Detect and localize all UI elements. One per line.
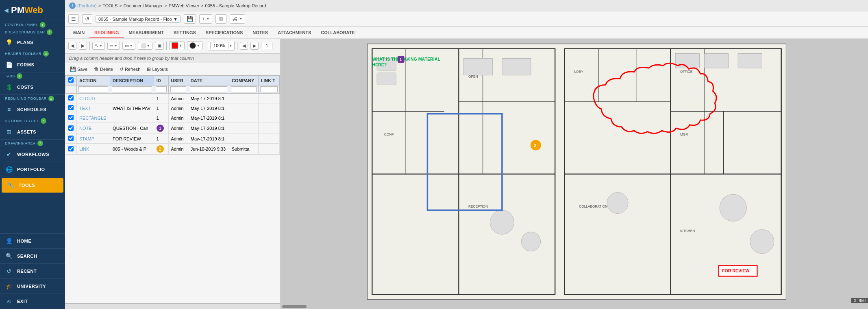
- drawing-area: LOBY CONF OPEN RECEPTION LOBY OFFICE MGR…: [281, 39, 868, 309]
- save-action-button[interactable]: 💾 Save: [68, 66, 89, 73]
- col-description[interactable]: DESCRIPTION: [110, 76, 154, 85]
- sidebar-item-workflows[interactable]: ✔ WORKFLOWS: [0, 147, 65, 162]
- redlining-table: ACTION DESCRIPTION ID USER DATE COMPANY …: [65, 75, 280, 155]
- row-1-description: [110, 94, 154, 103]
- filter-action-input[interactable]: [78, 86, 108, 92]
- layouts-action-button[interactable]: ⊞ Layouts: [145, 66, 170, 73]
- tab-specifications[interactable]: SPECIFICATIONS: [201, 28, 248, 38]
- row-6-checkbox-cell: [65, 144, 77, 155]
- scrollbar-thumb[interactable]: [282, 305, 307, 308]
- undo-button[interactable]: ↺: [82, 14, 92, 24]
- sidebar-item-exit[interactable]: ⎋ EXIT: [0, 294, 65, 309]
- color-red-button[interactable]: ▼: [169, 41, 185, 50]
- zoom-input[interactable]: [210, 42, 228, 49]
- filter-id-col: [154, 85, 168, 94]
- horizontal-scrollbar[interactable]: [65, 303, 280, 309]
- sidebar-item-search[interactable]: 🔍 SEARCH: [0, 249, 65, 264]
- redlining-toolbar-label-row: REDLINING TOOLBAR 5: [0, 95, 65, 102]
- row-5-user: Admin: [168, 134, 188, 144]
- next-page-button[interactable]: ▶: [250, 42, 259, 50]
- row-6-checkbox[interactable]: [68, 146, 74, 151]
- menu-button[interactable]: ☰: [68, 14, 79, 24]
- tab-settings[interactable]: SETTINGS: [169, 28, 201, 38]
- col-user[interactable]: USER: [168, 76, 188, 85]
- collapse-icon[interactable]: ◀: [4, 7, 9, 13]
- sidebar-item-tools[interactable]: 🔧 TOOLS: [2, 178, 63, 193]
- sidebar-item-forms[interactable]: 📄 FORMS: [0, 57, 65, 72]
- prev-page-button[interactable]: ◀: [240, 42, 248, 50]
- table-row[interactable]: NOTE QUESTION - Can 1 Admin May-17-2019 …: [65, 123, 280, 134]
- svg-text:CONF: CONF: [384, 133, 394, 136]
- divider-4: [237, 42, 237, 50]
- print-button[interactable]: 🖨 ▼: [230, 14, 245, 24]
- cursor-button[interactable]: ↖ ▼: [92, 42, 105, 50]
- back-button[interactable]: ◀: [68, 42, 76, 50]
- breadcrumb-sep-2: >: [119, 3, 122, 8]
- tab-attachments[interactable]: ATTACHMENTS: [273, 28, 316, 38]
- table-row[interactable]: STAMP FOR REVIEW 1 Admin May-17-2019 8:1: [65, 134, 280, 144]
- table-row[interactable]: RECTANGLE 1 Admin May-17-2019 8:1: [65, 113, 280, 123]
- page-current-input[interactable]: [261, 42, 272, 49]
- col-link[interactable]: LINK T: [258, 76, 280, 85]
- zoom-selector[interactable]: ▼: [208, 41, 235, 50]
- filter-description-input[interactable]: [112, 86, 152, 92]
- row-5-checkbox[interactable]: [68, 136, 74, 141]
- rect-button[interactable]: ▭ ▼: [122, 42, 135, 50]
- filter-link-col: [258, 85, 280, 94]
- print-dropdown-icon: ▼: [239, 17, 242, 21]
- filter-company-input[interactable]: [231, 86, 257, 92]
- sidebar-item-schedules[interactable]: ≡ SCHEDULES: [0, 102, 65, 117]
- col-action[interactable]: ACTION: [77, 76, 110, 85]
- filter-link-input[interactable]: [260, 86, 278, 92]
- sidebar-item-university[interactable]: 🎓 UNIVERSITY: [0, 279, 65, 294]
- row-6-description: 005 - Woods & P: [110, 144, 154, 155]
- header-toolbar-label-row: HEADER TOOLBAR 3: [0, 50, 65, 57]
- doc-selector[interactable]: 0055 - Sample Markup Record - Floo ▼: [96, 15, 181, 23]
- breadcrumb-sep-3: >: [164, 3, 167, 8]
- stamp-button[interactable]: ▣: [155, 42, 164, 50]
- row-1-checkbox[interactable]: [68, 95, 74, 101]
- breadcrumb-portfolio[interactable]: (Portfolio): [77, 3, 97, 8]
- table-row[interactable]: TEXT WHAT IS THE PAV 1 Admin May-17-2019…: [65, 103, 280, 113]
- assets-icon: ⊞: [5, 129, 13, 135]
- row-2-checkbox[interactable]: [68, 105, 74, 110]
- shape-button[interactable]: ⬜ ▼: [138, 42, 152, 50]
- main-content: i (Portfolio) > TOOLS > Document Manager…: [65, 0, 868, 309]
- save-button[interactable]: 💾: [184, 14, 196, 24]
- filter-id-input[interactable]: [156, 86, 167, 92]
- row-3-action: RECTANGLE: [77, 113, 110, 123]
- breadcrumb-doc-manager: Document Manager: [124, 3, 163, 8]
- table-row[interactable]: LINK 005 - Woods & P 2 Admin Jun-10-2019…: [65, 144, 280, 155]
- drawing-scrollbar[interactable]: [281, 304, 868, 309]
- col-date[interactable]: DATE: [188, 76, 229, 85]
- svg-rect-35: [675, 54, 699, 68]
- sidebar-item-recent[interactable]: ↺ RECENT: [0, 264, 65, 279]
- tab-main[interactable]: MAIN: [68, 28, 89, 38]
- delete-action-button[interactable]: 🗑 Delete: [92, 66, 115, 73]
- filter-user-input[interactable]: [170, 86, 186, 92]
- col-company[interactable]: COMPANY: [229, 76, 258, 85]
- sidebar-item-tools-label: TOOLS: [19, 183, 35, 188]
- tab-notes[interactable]: NOTES: [248, 28, 273, 38]
- sidebar-item-portfolio[interactable]: 🌐 PORTFOLIO: [0, 162, 65, 177]
- delete-button[interactable]: 🗑: [215, 14, 226, 24]
- refresh-action-button[interactable]: ↺ Refresh: [118, 66, 142, 73]
- col-id[interactable]: ID: [154, 76, 168, 85]
- sidebar-item-plans[interactable]: 💡 PLANS: [0, 35, 65, 50]
- row-4-checkbox[interactable]: [68, 125, 74, 131]
- pen-button[interactable]: ✏ ▼: [107, 42, 120, 50]
- add-button[interactable]: + ▼: [199, 14, 213, 24]
- filter-date-input[interactable]: [190, 86, 227, 92]
- tab-collaborate[interactable]: COLLABORATE: [316, 28, 360, 38]
- row-3-checkbox[interactable]: [68, 115, 74, 120]
- color-black-button[interactable]: ▼: [187, 41, 202, 50]
- select-all-checkbox[interactable]: [68, 77, 74, 83]
- forward-button[interactable]: ▶: [79, 42, 87, 50]
- tab-redlining[interactable]: REDLINING: [89, 28, 124, 38]
- tab-measurement[interactable]: MEASUREMENT: [124, 28, 169, 38]
- sidebar-item-assets[interactable]: ⊞ ASSETS: [0, 125, 65, 140]
- svg-point-41: [720, 194, 746, 221]
- sidebar-item-costs[interactable]: 💲 COSTS: [0, 80, 65, 95]
- sidebar-item-home[interactable]: 👤 HOME: [0, 234, 65, 249]
- table-row[interactable]: CLOUD 1 Admin May-17-2019 8:1: [65, 94, 280, 103]
